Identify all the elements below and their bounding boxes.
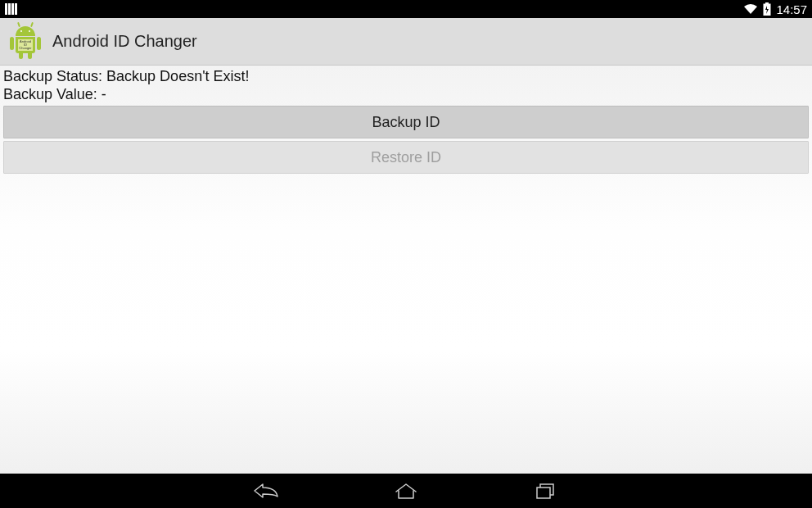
status-clock: 14:57 bbox=[776, 2, 807, 16]
status-left bbox=[5, 3, 17, 15]
status-bar: 14:57 bbox=[0, 0, 812, 18]
home-button[interactable] bbox=[390, 478, 422, 504]
svg-rect-4 bbox=[537, 488, 550, 498]
backup-status-label: Backup Status: bbox=[3, 68, 106, 84]
recent-apps-button[interactable] bbox=[529, 478, 562, 504]
backup-status-value: Backup Doesn't Exist! bbox=[106, 68, 250, 84]
content-area: Backup Status: Backup Doesn't Exist! Bac… bbox=[0, 66, 812, 474]
backup-value-line: Backup Value: - bbox=[2, 85, 810, 103]
action-bar: AndroidIDChanger Android ID Changer bbox=[0, 18, 812, 66]
battery-charging-icon bbox=[763, 2, 771, 16]
wifi-icon bbox=[743, 3, 758, 15]
status-right: 14:57 bbox=[743, 2, 807, 16]
navigation-bar bbox=[0, 474, 812, 508]
backup-value-value: - bbox=[102, 86, 106, 102]
app-title: Android ID Changer bbox=[52, 32, 197, 51]
back-button[interactable] bbox=[250, 478, 283, 504]
restore-id-button: Restore ID bbox=[3, 141, 809, 174]
signal-icon bbox=[5, 3, 17, 15]
backup-value-label: Backup Value: bbox=[3, 86, 102, 102]
backup-status-line: Backup Status: Backup Doesn't Exist! bbox=[2, 67, 810, 85]
backup-id-button[interactable]: Backup ID bbox=[3, 106, 809, 138]
app-icon: AndroidIDChanger bbox=[8, 25, 43, 59]
